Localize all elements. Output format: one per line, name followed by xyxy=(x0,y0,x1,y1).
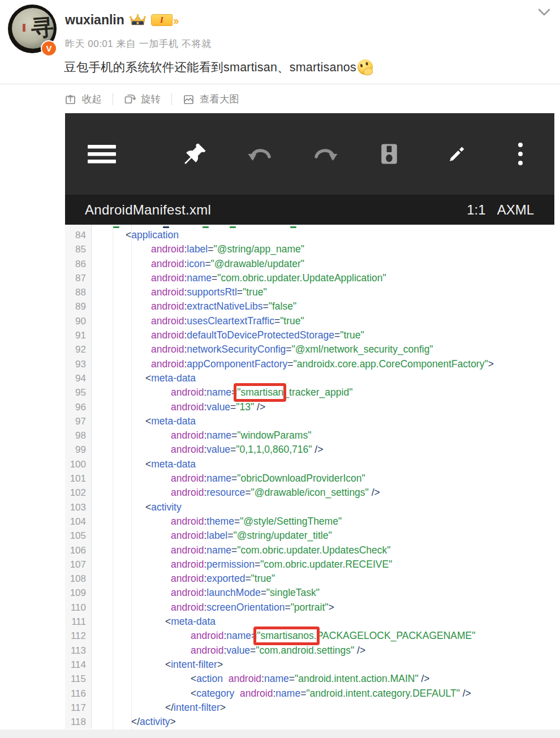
code-text: android:name="smartisanos.PACKAGELOCK_PA… xyxy=(92,629,476,643)
image-action-bar: 收起 旋转 查看大图 xyxy=(65,86,239,112)
code-line: 96android:value="13" /> xyxy=(65,400,554,414)
code-text: android:usesCleartextTraffic="true" xyxy=(92,314,304,328)
code-text: android:value="13" /> xyxy=(92,400,265,414)
menu-icon[interactable] xyxy=(84,113,120,195)
line-number: 98 xyxy=(65,428,92,443)
line-number: 86 xyxy=(65,257,92,271)
post-text: 豆包手机的系统软件还能看到smartisan、smartisanos xyxy=(64,59,356,75)
undo-icon[interactable] xyxy=(242,113,278,195)
code-text: <meta-data xyxy=(92,615,216,629)
code-text: <action android:name="android.intent.act… xyxy=(92,672,430,686)
line-number: 85 xyxy=(65,242,92,256)
code-text: android:name="windowParams" xyxy=(92,428,311,443)
code-line: 98android:name="windowParams" xyxy=(65,428,554,443)
code-line: 118</activity> xyxy=(65,715,554,729)
chevron-down-icon[interactable] xyxy=(536,6,552,19)
code-line: 101android:name="obricDownloadProviderIc… xyxy=(65,471,554,486)
level-badge-arrow-icon: ›› xyxy=(173,14,178,26)
code-line: 112android:name="smartisanos.PACKAGELOCK… xyxy=(65,629,554,643)
line-number: 91 xyxy=(65,328,92,342)
line-number: 115 xyxy=(65,672,92,686)
code-text: android:supportsRtl="true" xyxy=(92,285,267,299)
more-icon[interactable] xyxy=(502,113,539,195)
line-number: 116 xyxy=(65,686,92,701)
view-large-icon xyxy=(183,93,195,105)
code-text: <meta-data xyxy=(92,371,196,385)
level-badge: I ›› xyxy=(151,14,178,26)
rotate-button[interactable]: 旋转 xyxy=(124,92,161,106)
code-text: android:networkSecurityConfig="@xml/netw… xyxy=(92,342,433,357)
viewer-titlebar: AndroidManifest.xml 1:1 AXML xyxy=(65,195,554,225)
line-number: 90 xyxy=(65,314,92,328)
username[interactable]: wuxianlin xyxy=(65,12,124,28)
line-number: 92 xyxy=(65,342,92,357)
pin-icon[interactable] xyxy=(177,113,213,195)
line-number: 113 xyxy=(65,643,92,658)
code-line: 93android:appComponentFactory="androidx.… xyxy=(65,357,554,371)
collapse-button[interactable]: 收起 xyxy=(65,92,102,106)
line-number: 107 xyxy=(65,557,92,572)
rotate-icon xyxy=(124,93,136,105)
view-large-button[interactable]: 查看大图 xyxy=(183,92,239,106)
code-text: <meta-data xyxy=(92,414,196,428)
level-badge-value: I xyxy=(151,14,173,26)
post-image-axml-viewer[interactable]: AndroidManifest.xml 1:1 AXML 84<applicat… xyxy=(65,113,554,730)
code-text: android:icon="@drawable/updater" xyxy=(92,257,304,271)
code-line: 86android:icon="@drawable/updater" xyxy=(65,257,554,271)
user-name-row: wuxianlin I ›› xyxy=(65,12,178,28)
avatar-seal xyxy=(23,24,25,32)
code-line: 113android:value="com.android.settings" … xyxy=(65,643,554,658)
code-line: 106android:name="com.obric.updater.Updat… xyxy=(65,543,554,557)
code-text: <meta-data xyxy=(92,457,196,471)
collapse-icon xyxy=(65,93,77,105)
code-line: 100<meta-data xyxy=(65,457,554,471)
line-number: 114 xyxy=(65,658,92,672)
code-area: 84<application85android:label="@string/a… xyxy=(65,225,554,730)
line-number: 101 xyxy=(65,471,92,486)
line-number: 117 xyxy=(65,701,92,715)
code-text: android:name="com.obric.updater.UpdateAp… xyxy=(92,271,386,285)
code-line: 94<meta-data xyxy=(65,371,554,385)
code-line: 99android:value="0,1,1,0,860,716" /> xyxy=(65,443,554,457)
code-line: 114<intent-filter> xyxy=(65,658,554,672)
weibo-post-page: 寻 V wuxianlin I ›› 昨天 00:01 来自 一加手机 不将就 … xyxy=(0,0,560,738)
line-number: 118 xyxy=(65,715,92,729)
file-title: AndroidManifest.xml xyxy=(85,202,211,218)
view-large-label: 查看大图 xyxy=(200,92,239,106)
redo-icon[interactable] xyxy=(307,113,343,195)
code-line: 115<action android:name="android.intent.… xyxy=(65,672,554,686)
code-line: 116<category android:name="android.inten… xyxy=(65,686,554,701)
rotate-label: 旋转 xyxy=(141,92,161,106)
code-line: 90android:usesCleartextTraffic="true" xyxy=(65,314,554,328)
line-number: 99 xyxy=(65,443,92,457)
post-meta: 昨天 00:01 来自 一加手机 不将就 xyxy=(65,37,211,50)
edit-icon[interactable] xyxy=(439,113,475,195)
code-line: 95android:name="smartisan_tracker_appid" xyxy=(65,385,554,400)
avatar-character: 寻 xyxy=(30,11,55,44)
code-line: 89android:extractNativeLibs="false" xyxy=(65,299,554,314)
line-number: 88 xyxy=(65,285,92,299)
code-text: android:label="@string/updater_title" xyxy=(92,529,332,543)
code-text: </activity> xyxy=(92,715,176,729)
line-number: 89 xyxy=(65,299,92,314)
line-number: 103 xyxy=(65,500,92,514)
line-number: 93 xyxy=(65,357,92,371)
line-number: 112 xyxy=(65,629,92,643)
line-number: 110 xyxy=(65,600,92,615)
action-divider xyxy=(113,93,113,105)
code-text: android:launchMode="singleTask" xyxy=(92,586,320,600)
code-line: 108android:exported="true" xyxy=(65,572,554,586)
code-text: android:name="obricDownloadProviderIcon" xyxy=(92,471,365,486)
code-text: android:theme="@style/SettingTheme" xyxy=(92,514,342,529)
code-text: <intent-filter> xyxy=(92,658,223,672)
code-text: android:value="0,1,1,0,860,716" /> xyxy=(92,443,323,457)
post-text-row: 豆包手机的系统软件还能看到smartisan、smartisanos xyxy=(64,59,373,75)
code-text: android:appComponentFactory="androidx.co… xyxy=(92,357,494,371)
line-number: 109 xyxy=(65,586,92,600)
code-text: <category android:name="android.intent.c… xyxy=(92,686,471,701)
line-number: 111 xyxy=(65,615,92,629)
code-text: android:exported="true" xyxy=(92,572,275,586)
code-line: 117</intent-filter> xyxy=(65,701,554,715)
format-badge: AXML xyxy=(497,202,534,218)
save-icon[interactable] xyxy=(371,113,407,195)
